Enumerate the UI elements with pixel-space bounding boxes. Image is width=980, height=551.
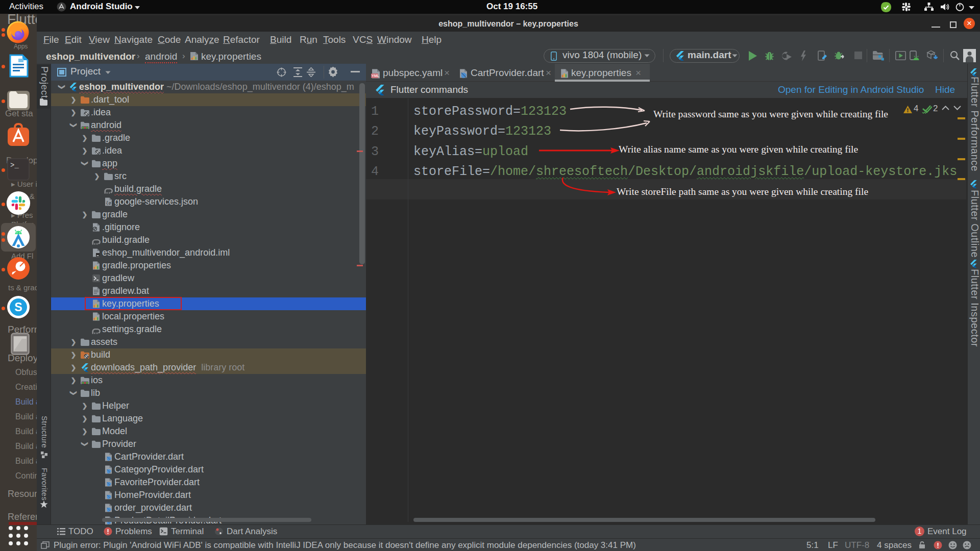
svg-text:{ø}: {ø} (106, 201, 113, 206)
svg-text:S: S (14, 300, 22, 314)
svg-text:>_: >_ (10, 161, 19, 169)
svg-text:YML: YML (372, 74, 380, 78)
